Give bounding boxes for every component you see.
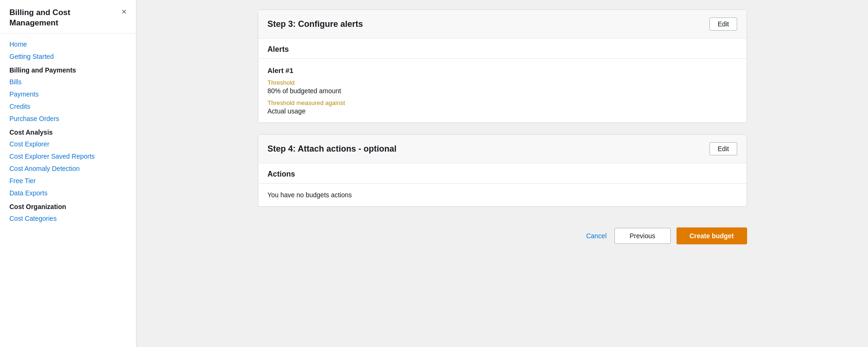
step4-body: Actions You have no budgets actions bbox=[258, 163, 747, 206]
actions-section-label: Actions bbox=[258, 163, 747, 184]
threshold-measured-label: Threshold measured against bbox=[268, 99, 737, 106]
sidebar-section-billing-payments: Billing and Payments bbox=[0, 63, 136, 76]
sidebar-item-purchase-orders[interactable]: Purchase Orders bbox=[0, 113, 136, 125]
sidebar-item-cost-categories[interactable]: Cost Categories bbox=[0, 212, 136, 225]
sidebar-section-cost-analysis: Cost Analysis bbox=[0, 125, 136, 138]
step3-title: Step 3: Configure alerts bbox=[268, 19, 363, 29]
sidebar-item-cost-explorer[interactable]: Cost Explorer bbox=[0, 138, 136, 150]
step4-title: Step 4: Attach actions - optional bbox=[268, 144, 397, 154]
step3-card: Step 3: Configure alerts Edit Alerts Ale… bbox=[258, 9, 747, 123]
previous-button[interactable]: Previous bbox=[614, 228, 671, 244]
threshold-label: Threshold bbox=[268, 79, 737, 86]
step4-header: Step 4: Attach actions - optional Edit bbox=[258, 135, 747, 163]
sidebar-header: Billing and Cost Management × bbox=[0, 0, 136, 33]
sidebar-item-free-tier[interactable]: Free Tier bbox=[0, 175, 136, 187]
sidebar-item-bills[interactable]: Bills bbox=[0, 76, 136, 88]
sidebar: Billing and Cost Management × Home Getti… bbox=[0, 0, 136, 347]
content-area: Step 3: Configure alerts Edit Alerts Ale… bbox=[244, 0, 761, 263]
alerts-section-label: Alerts bbox=[258, 39, 747, 59]
footer-buttons: Cancel Previous Create budget bbox=[258, 218, 747, 249]
cancel-button[interactable]: Cancel bbox=[584, 228, 609, 243]
sidebar-item-cost-explorer-saved-reports[interactable]: Cost Explorer Saved Reports bbox=[0, 150, 136, 162]
main-content: Step 3: Configure alerts Edit Alerts Ale… bbox=[136, 0, 868, 347]
alert1-block: Alert #1 Threshold 80% of budgeted amoun… bbox=[258, 59, 747, 122]
sidebar-item-getting-started[interactable]: Getting Started bbox=[0, 50, 136, 63]
create-budget-button[interactable]: Create budget bbox=[677, 227, 747, 244]
no-actions-text: You have no budgets actions bbox=[258, 184, 747, 206]
sidebar-item-data-exports[interactable]: Data Exports bbox=[0, 187, 136, 199]
sidebar-item-home[interactable]: Home bbox=[0, 38, 136, 50]
sidebar-nav: Home Getting Started Billing and Payment… bbox=[0, 33, 136, 347]
step3-edit-button[interactable]: Edit bbox=[709, 17, 737, 31]
step3-header: Step 3: Configure alerts Edit bbox=[258, 10, 747, 39]
sidebar-item-cost-anomaly-detection[interactable]: Cost Anomaly Detection bbox=[0, 162, 136, 175]
sidebar-item-credits[interactable]: Credits bbox=[0, 100, 136, 113]
sidebar-item-payments[interactable]: Payments bbox=[0, 88, 136, 100]
sidebar-section-cost-organization: Cost Organization bbox=[0, 199, 136, 212]
step4-card: Step 4: Attach actions - optional Edit A… bbox=[258, 134, 747, 207]
step4-edit-button[interactable]: Edit bbox=[709, 142, 737, 155]
step3-body: Alerts Alert #1 Threshold 80% of budgete… bbox=[258, 39, 747, 122]
threshold-value: 80% of budgeted amount bbox=[268, 87, 737, 95]
threshold-measured-value: Actual usage bbox=[268, 107, 737, 115]
alert1-title: Alert #1 bbox=[268, 66, 737, 74]
sidebar-close-button[interactable]: × bbox=[119, 8, 128, 16]
sidebar-title: Billing and Cost Management bbox=[9, 8, 119, 28]
